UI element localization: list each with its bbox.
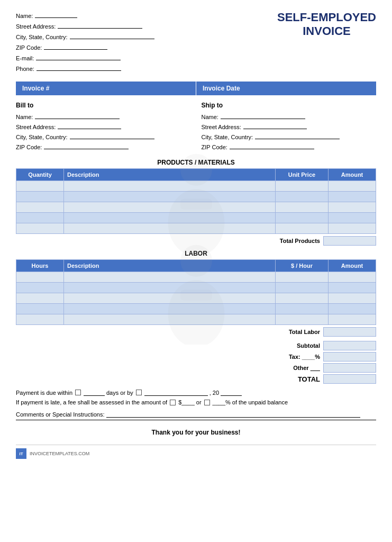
tax-label: Tax: ____% xyxy=(278,354,320,360)
unit-price-cell[interactable] xyxy=(276,181,329,192)
street-row: Street Address: xyxy=(16,21,154,30)
city-field[interactable] xyxy=(70,32,154,39)
bill-to-title: Bill to xyxy=(16,102,191,109)
tax-value[interactable] xyxy=(323,352,376,362)
labor-desc-cell[interactable] xyxy=(64,272,276,283)
table-row xyxy=(16,213,376,223)
amount-cell[interactable] xyxy=(329,223,376,234)
unit-price-cell[interactable] xyxy=(276,192,329,202)
labor-desc-cell[interactable] xyxy=(64,314,276,325)
bill-zip-field[interactable] xyxy=(44,142,129,149)
qty-cell[interactable] xyxy=(16,213,64,223)
email-field[interactable] xyxy=(36,53,121,60)
payment-date-field[interactable] xyxy=(144,389,208,396)
hours-cell[interactable] xyxy=(16,283,64,293)
email-label: E-mail: xyxy=(16,55,34,61)
unit-price-cell[interactable] xyxy=(276,223,329,234)
desc-cell[interactable] xyxy=(64,181,276,192)
summary-section: Subtotal Tax: ____% Other TOTAL xyxy=(16,341,376,384)
page-footer: IT INVOICETEMPLATES.COM xyxy=(16,445,376,459)
name-field[interactable] xyxy=(35,11,77,18)
labor-amount-cell[interactable] xyxy=(329,272,376,283)
payment-checkbox1[interactable] xyxy=(75,390,81,395)
payment-text3: , 20 xyxy=(209,390,219,396)
amount-cell[interactable] xyxy=(329,192,376,202)
hours-cell[interactable] xyxy=(16,314,64,325)
per-hour-cell[interactable] xyxy=(276,314,329,325)
comments-field[interactable] xyxy=(106,411,360,418)
labor-desc-cell[interactable] xyxy=(64,304,276,314)
per-hour-cell[interactable] xyxy=(276,272,329,283)
unit-price-cell[interactable] xyxy=(276,213,329,223)
ship-zip-label: ZIP Code: xyxy=(202,144,227,150)
hours-cell[interactable] xyxy=(16,304,64,314)
payment-days-field[interactable] xyxy=(84,389,105,396)
products-table-container: Quantity Description Unit Price Amount xyxy=(16,168,376,234)
other-value[interactable] xyxy=(323,363,376,373)
unit-price-cell[interactable] xyxy=(276,202,329,213)
col-unit-price-header: Unit Price xyxy=(276,169,329,181)
table-row xyxy=(16,272,376,283)
bill-street-field[interactable] xyxy=(58,122,121,129)
bill-zip-label: ZIP Code: xyxy=(16,144,42,150)
street-label: Street Address: xyxy=(16,23,56,30)
thankyou-text: Thank you for your business! xyxy=(16,429,376,436)
latefee-or-text: or xyxy=(196,399,202,405)
qty-cell[interactable] xyxy=(16,202,64,213)
ship-zip-field[interactable] xyxy=(230,142,314,149)
labor-amount-cell[interactable] xyxy=(329,314,376,325)
bill-name-field[interactable] xyxy=(35,112,120,119)
latefee-checkbox2[interactable] xyxy=(204,400,210,405)
invoice-number-cell: Invoice # xyxy=(16,82,196,95)
zip-field[interactable] xyxy=(44,42,107,50)
total-value[interactable] xyxy=(323,374,376,384)
street-field[interactable] xyxy=(58,21,142,29)
other-row: Other xyxy=(278,363,376,373)
amount-cell[interactable] xyxy=(329,202,376,213)
zip-label: ZIP Code: xyxy=(16,44,42,51)
labor-total-value[interactable] xyxy=(323,327,376,337)
payment-checkbox2[interactable] xyxy=(136,390,142,395)
latefee-dollar-text: $____ xyxy=(178,399,195,405)
labor-amount-cell[interactable] xyxy=(329,293,376,304)
latefee-checkbox1[interactable] xyxy=(170,400,176,405)
qty-cell[interactable] xyxy=(16,181,64,192)
latefee-pct-text: ____% of the unpaid balance xyxy=(213,399,288,405)
ship-to-col: Ship to Name: Street Address: City, Stat… xyxy=(202,102,377,150)
labor-desc-cell[interactable] xyxy=(64,293,276,304)
labor-amount-cell[interactable] xyxy=(329,283,376,293)
comments-line2 xyxy=(16,420,376,420)
desc-cell[interactable] xyxy=(64,202,276,213)
payment-year-field[interactable] xyxy=(221,389,242,396)
subtotal-value[interactable] xyxy=(323,341,376,350)
col-amount-header: Amount xyxy=(329,169,376,181)
bill-city-field[interactable] xyxy=(70,132,154,139)
phone-field[interactable] xyxy=(37,64,121,71)
per-hour-cell[interactable] xyxy=(276,304,329,314)
desc-cell[interactable] xyxy=(64,213,276,223)
comments-section: Comments or Special Instructions: xyxy=(16,411,376,420)
ship-city-field[interactable] xyxy=(255,132,340,139)
products-total-value[interactable] xyxy=(323,236,376,246)
qty-cell[interactable] xyxy=(16,223,64,234)
footer-logo-text: IT xyxy=(19,451,23,456)
labor-amount-cell[interactable] xyxy=(329,304,376,314)
amount-cell[interactable] xyxy=(329,181,376,192)
hours-cell[interactable] xyxy=(16,293,64,304)
labor-table-container: Hours Description $ / Hour Amount xyxy=(16,259,376,325)
city-label: City, State, Country: xyxy=(16,34,68,40)
amount-cell[interactable] xyxy=(329,213,376,223)
ship-street-field[interactable] xyxy=(243,122,307,129)
table-row xyxy=(16,293,376,304)
per-hour-cell[interactable] xyxy=(276,283,329,293)
desc-cell[interactable] xyxy=(64,223,276,234)
qty-cell[interactable] xyxy=(16,192,64,202)
ship-name-field[interactable] xyxy=(221,112,305,119)
desc-cell[interactable] xyxy=(64,192,276,202)
bill-city-label: City, State, Country: xyxy=(16,134,68,140)
hours-cell[interactable] xyxy=(16,272,64,283)
name-row: Name: xyxy=(16,11,154,19)
title-line1: SELF-EMPLOYED xyxy=(277,11,376,24)
labor-desc-cell[interactable] xyxy=(64,283,276,293)
per-hour-cell[interactable] xyxy=(276,293,329,304)
